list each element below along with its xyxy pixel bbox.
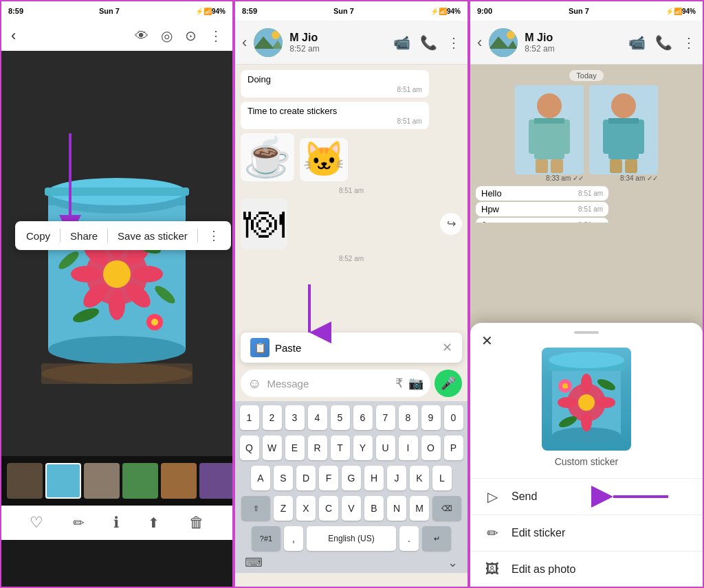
keyboard-icon[interactable]: ⌨ bbox=[245, 555, 263, 570]
thumb-5[interactable] bbox=[161, 463, 197, 499]
edit-as-photo-action[interactable]: 🖼 Edit as photo bbox=[470, 551, 703, 587]
share-icon[interactable]: ⬆ bbox=[148, 514, 160, 531]
time-1: 8:59 bbox=[8, 7, 23, 15]
key-y[interactable]: Y bbox=[353, 436, 373, 460]
chat-contact-info: M Jio 8:52 am bbox=[289, 32, 386, 54]
key-s[interactable]: S bbox=[274, 466, 293, 490]
key-r[interactable]: R bbox=[308, 436, 327, 460]
key-m[interactable]: M bbox=[410, 496, 429, 521]
comma-key[interactable]: , bbox=[284, 526, 303, 551]
key-e[interactable]: E bbox=[285, 436, 305, 460]
key-6[interactable]: 6 bbox=[353, 405, 373, 430]
person-image-1 bbox=[515, 85, 584, 174]
key-w[interactable]: W bbox=[263, 436, 282, 460]
keyboard-collapse-icon[interactable]: ⌄ bbox=[448, 555, 458, 570]
thumb-6[interactable] bbox=[199, 463, 232, 499]
key-g[interactable]: G bbox=[342, 466, 361, 490]
key-7[interactable]: 7 bbox=[376, 405, 395, 430]
more-options-menu-icon[interactable]: ⋮ bbox=[208, 228, 220, 243]
key-z[interactable]: Z bbox=[274, 496, 293, 521]
key-5[interactable]: 5 bbox=[331, 405, 350, 430]
key-t[interactable]: T bbox=[331, 436, 350, 460]
symbol-key[interactable]: ?#1 bbox=[252, 526, 280, 551]
time-3: 9:00 bbox=[477, 7, 492, 15]
image-action-bar: ♡ ✏ ℹ ⬆ 🗑 bbox=[1, 506, 232, 540]
forward-button[interactable]: ↪ bbox=[440, 213, 462, 235]
voice-call-icon[interactable]: 📞 bbox=[420, 34, 437, 51]
key-j[interactable]: J bbox=[387, 466, 406, 490]
menu-divider-3 bbox=[197, 229, 198, 242]
space-key[interactable]: English (US) bbox=[307, 526, 396, 551]
p3-more-icon[interactable]: ⋮ bbox=[682, 34, 696, 51]
sheet-close-button[interactable]: ✕ bbox=[481, 332, 493, 349]
key-4[interactable]: 4 bbox=[308, 405, 327, 430]
info-icon[interactable]: ℹ bbox=[113, 514, 119, 532]
share-button[interactable]: Share bbox=[70, 230, 98, 242]
key-1[interactable]: 1 bbox=[240, 405, 259, 430]
key-0[interactable]: 0 bbox=[444, 405, 463, 430]
rupee-icon[interactable]: ₹ bbox=[395, 376, 403, 391]
purple-arrow-2 bbox=[289, 278, 330, 339]
shift-key[interactable]: ⇧ bbox=[241, 496, 270, 521]
more-options-icon[interactable]: ⋮ bbox=[209, 27, 223, 44]
key-i[interactable]: I bbox=[399, 436, 418, 460]
backspace-key[interactable]: ⌫ bbox=[432, 496, 461, 521]
send-label: Send bbox=[512, 490, 537, 503]
lens-icon[interactable]: 👁 bbox=[135, 28, 148, 44]
save-as-sticker-button[interactable]: Save as sticker bbox=[118, 230, 188, 242]
key-u[interactable]: U bbox=[376, 436, 395, 460]
message-input-box[interactable]: ☺ Message ₹ 📷 bbox=[241, 370, 430, 397]
key-2[interactable]: 2 bbox=[263, 405, 282, 430]
p3-back-button[interactable]: ‹ bbox=[477, 34, 482, 52]
edit-sticker-action[interactable]: ✏ Edit sticker bbox=[470, 514, 703, 551]
back-button[interactable]: ‹ bbox=[11, 27, 16, 45]
purple-arrow-1 bbox=[43, 126, 98, 236]
p3-video-call-icon[interactable]: 📹 bbox=[628, 34, 646, 51]
key-9[interactable]: 9 bbox=[421, 405, 441, 430]
svg-point-58 bbox=[578, 394, 595, 411]
key-q[interactable]: Q bbox=[240, 436, 259, 460]
thumb-2[interactable] bbox=[45, 463, 81, 499]
delete-icon[interactable]: 🗑 bbox=[189, 514, 204, 532]
camera-icon[interactable]: 📷 bbox=[408, 376, 424, 391]
key-3[interactable]: 3 bbox=[285, 405, 305, 430]
thumb-3[interactable] bbox=[84, 463, 120, 499]
period-key[interactable]: . bbox=[399, 526, 419, 551]
day-1: Sun 7 bbox=[99, 7, 120, 15]
key-f[interactable]: F bbox=[319, 466, 338, 490]
key-h[interactable]: H bbox=[364, 466, 384, 490]
emoji-icon[interactable]: ☺ bbox=[248, 376, 261, 392]
key-8[interactable]: 8 bbox=[399, 405, 418, 430]
effects-icon[interactable]: ⊙ bbox=[185, 27, 197, 44]
key-p[interactable]: P bbox=[444, 436, 463, 460]
mic-button[interactable]: 🎤 bbox=[434, 370, 462, 397]
key-c[interactable]: C bbox=[319, 496, 338, 521]
cat-sticker: 🐱 bbox=[300, 138, 348, 181]
key-v[interactable]: V bbox=[342, 496, 361, 521]
key-x[interactable]: X bbox=[296, 496, 316, 521]
chat-back-button[interactable]: ‹ bbox=[242, 34, 247, 52]
key-l[interactable]: L bbox=[432, 466, 452, 490]
key-b[interactable]: B bbox=[364, 496, 384, 521]
key-d[interactable]: D bbox=[296, 466, 316, 490]
key-a[interactable]: A bbox=[251, 466, 270, 490]
video-call-icon[interactable]: 📹 bbox=[393, 34, 410, 51]
key-k[interactable]: K bbox=[410, 466, 429, 490]
copy-button[interactable]: Copy bbox=[26, 230, 50, 242]
send-action[interactable]: ▷ Send bbox=[470, 478, 703, 514]
more-icon[interactable]: ⋮ bbox=[447, 34, 461, 51]
svg-rect-47 bbox=[603, 120, 613, 154]
thumb-1[interactable] bbox=[7, 463, 43, 499]
edit-icon[interactable]: ✏ bbox=[73, 514, 85, 531]
view-icon[interactable]: ◎ bbox=[161, 27, 173, 44]
svg-point-61 bbox=[558, 397, 577, 408]
thumb-4[interactable] bbox=[122, 463, 158, 499]
enter-key[interactable]: ↵ bbox=[422, 526, 451, 551]
favorite-icon[interactable]: ♡ bbox=[30, 514, 43, 532]
p3-voice-call-icon[interactable]: 📞 bbox=[655, 34, 672, 51]
key-o[interactable]: O bbox=[421, 436, 441, 460]
paste-label[interactable]: Paste bbox=[275, 342, 437, 354]
paste-close-button[interactable]: ✕ bbox=[442, 340, 452, 355]
key-n[interactable]: N bbox=[387, 496, 406, 521]
edit-sticker-label: Edit sticker bbox=[512, 527, 565, 539]
